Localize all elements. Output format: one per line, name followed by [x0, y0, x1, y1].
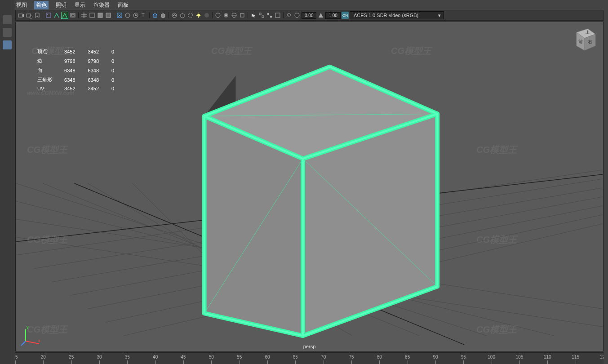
viewport-3d[interactable]: 顶点:345234520 边:979897980 面:634863480 三角形… [15, 22, 604, 351]
ruler-tick [295, 360, 296, 364]
aa-icon[interactable] [239, 12, 246, 19]
shaded-cube-icon[interactable] [160, 12, 167, 19]
ruler-tick-label: 20 [41, 355, 46, 360]
ruler-tick [127, 360, 128, 364]
menu-lighting[interactable]: 照明 [55, 1, 67, 9]
menu-renderer[interactable]: 渲染器 [93, 1, 111, 9]
ruler-tick [15, 360, 16, 364]
separator [43, 12, 43, 18]
snap-point-icon[interactable] [274, 12, 281, 19]
select-camera-icon[interactable] [18, 12, 25, 19]
tool-select-icon[interactable] [3, 15, 12, 24]
ruler-tick-label: 65 [293, 355, 298, 360]
poly-stats-hud: 顶点:345234520 边:979897980 面:634863480 三角形… [34, 46, 124, 93]
ruler-tick-label: 90 [433, 355, 438, 360]
ruler-tick-label: 70 [321, 355, 326, 360]
image-plane-icon[interactable] [45, 12, 52, 19]
separator [212, 12, 213, 18]
shading-flat-icon[interactable] [105, 12, 112, 19]
menu-shading[interactable]: 着色 [34, 1, 49, 9]
tool-move-icon[interactable] [3, 28, 12, 37]
motion-blur-icon[interactable] [214, 12, 222, 19]
shading-smooth-icon[interactable] [97, 12, 104, 19]
menu-view[interactable]: 视图 [15, 1, 28, 9]
xray-icon[interactable] [124, 12, 131, 19]
ruler-tick [211, 360, 212, 364]
fog-icon[interactable] [222, 12, 230, 19]
shading-wireframe-icon[interactable] [89, 12, 96, 19]
refresh-icon[interactable] [285, 12, 293, 19]
ruler-tick-label: 30 [97, 355, 102, 360]
text-icon[interactable]: T [140, 12, 147, 19]
ruler-tick-label: 95 [461, 355, 466, 360]
dof-icon[interactable] [231, 12, 238, 19]
table-row: 面:634863480 [35, 66, 123, 75]
resolution-gate-icon[interactable] [61, 12, 68, 19]
gamma-value[interactable]: 1.00 [325, 12, 340, 19]
ruler-tick-label: 40 [153, 355, 158, 360]
menu-show[interactable]: 显示 [74, 1, 86, 9]
exposure-value[interactable]: 0.00 [302, 12, 316, 19]
textured-icon[interactable] [171, 12, 178, 19]
svg-point-19 [216, 13, 220, 18]
svg-rect-6 [71, 14, 74, 16]
stats-table: 顶点:345234520 边:979897980 面:634863480 三角形… [34, 46, 124, 93]
svg-text:x: x [38, 338, 40, 343]
grid-icon[interactable] [80, 12, 88, 19]
isolate-select-icon[interactable] [116, 12, 123, 19]
wireframe-cube-icon[interactable] [151, 12, 159, 19]
axis-gizmo-icon: y x [20, 324, 43, 346]
gamma-down-icon[interactable] [317, 12, 324, 19]
separator [149, 12, 150, 18]
table-row: 三角形:634863480 [35, 75, 123, 84]
ruler-tick-label: 35 [125, 355, 130, 360]
time-slider[interactable]: 1520253035404550556065707580859095100105… [15, 352, 604, 364]
ruler-tick-label: 85 [405, 355, 410, 360]
ruler-tick [435, 360, 436, 364]
use-all-lights-icon[interactable] [179, 12, 186, 19]
svg-point-17 [197, 14, 200, 17]
gate-mask-icon[interactable] [69, 12, 76, 19]
svg-rect-27 [270, 16, 272, 18]
ruler-tick [492, 360, 492, 364]
ruler-tick-label: 115 [572, 355, 579, 360]
svg-rect-3 [46, 13, 51, 18]
colorspace-dropdown[interactable]: ACES 1.0 SDR-video (sRGB) [350, 11, 444, 19]
snap-curve-icon[interactable] [266, 12, 273, 19]
svg-rect-9 [106, 13, 111, 18]
tool-active-icon[interactable] [3, 40, 12, 49]
svg-line-50 [26, 341, 39, 344]
ruler-tick [183, 360, 184, 364]
svg-rect-28 [275, 13, 280, 18]
film-gate-icon[interactable] [53, 12, 60, 19]
xray-joints-icon[interactable] [132, 12, 139, 19]
svg-rect-8 [98, 13, 102, 18]
menu-panels[interactable]: 面板 [117, 1, 129, 9]
camera-settings-icon[interactable] [26, 12, 33, 19]
ruler-tick-label: 50 [209, 355, 214, 360]
svg-rect-0 [18, 14, 22, 17]
svg-point-16 [188, 13, 193, 18]
color-management-icon[interactable]: ON [342, 12, 349, 19]
snap-grid-icon[interactable] [258, 12, 265, 19]
left-toolbar [0, 0, 14, 364]
ruler-tick [71, 360, 72, 364]
separator [283, 12, 284, 18]
svg-point-18 [204, 13, 209, 18]
bookmark-icon[interactable] [34, 12, 41, 19]
light-icon[interactable] [195, 12, 202, 19]
table-row: 顶点:345234520 [35, 47, 123, 56]
ruler-tick [519, 360, 520, 364]
svg-line-51 [21, 341, 26, 346]
svg-text:前: 前 [578, 39, 583, 44]
ruler-tick [99, 360, 100, 364]
panel-menubar: 视图 着色 照明 显示 渲染器 面板 [15, 1, 129, 9]
ao-icon[interactable] [203, 12, 210, 19]
shadows-icon[interactable] [187, 12, 194, 19]
exposure-down-icon[interactable] [293, 12, 301, 19]
viewcube[interactable]: 上 前 右 [568, 23, 599, 55]
svg-rect-7 [90, 13, 94, 18]
separator [169, 12, 169, 18]
ruler-tick-label: 80 [377, 355, 382, 360]
cursor-icon[interactable] [250, 12, 257, 19]
